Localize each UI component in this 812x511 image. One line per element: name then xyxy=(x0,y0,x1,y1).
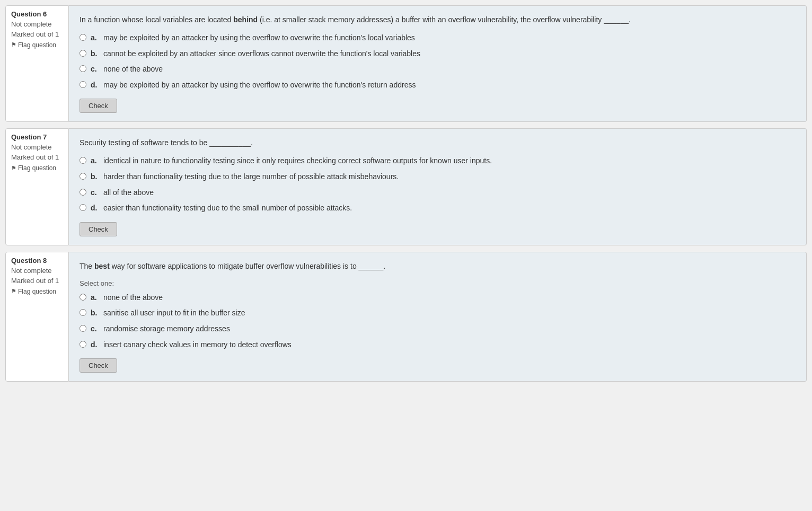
flag-question-q7[interactable]: ⚑Flag question xyxy=(11,164,63,172)
option-letter-q6-2: c. xyxy=(91,64,99,75)
option-letter-q8-0: a. xyxy=(91,293,99,303)
option-text-q6-1: cannot be exploited by an attacker since… xyxy=(103,49,420,59)
option-letter-q6-3: d. xyxy=(91,80,99,91)
option-radio-q8-3[interactable] xyxy=(80,341,86,348)
option-radio-q8-1[interactable] xyxy=(80,309,86,316)
question-content-q8: The best way for software applications t… xyxy=(69,252,807,382)
flag-label-q6: Flag question xyxy=(18,41,56,49)
options-list-q6: a.may be exploited by an attacker by usi… xyxy=(80,33,796,90)
option-radio-q6-0[interactable] xyxy=(80,34,86,41)
option-item-q6-0: a.may be exploited by an attacker by usi… xyxy=(80,33,796,43)
option-item-q7-3: d.easier than functionality testing due … xyxy=(80,203,796,214)
option-text-q7-3: easier than functionality testing due to… xyxy=(103,203,352,214)
option-item-q7-1: b.harder than functionality testing due … xyxy=(80,172,796,182)
question-sidebar-q8: Question 8Not completeMarked out of 1⚑Fl… xyxy=(5,252,69,382)
option-item-q7-0: a.identical in nature to functionality t… xyxy=(80,156,796,166)
flag-label-q7: Flag question xyxy=(18,164,56,172)
option-text-q7-1: harder than functionality testing due to… xyxy=(103,172,399,182)
option-item-q8-2: c.randomise storage memory addresses xyxy=(80,324,796,334)
option-radio-q7-2[interactable] xyxy=(80,189,86,196)
option-item-q8-1: b.sanitise all user input to fit in the … xyxy=(80,308,796,319)
question-marked-q6: Marked out of 1 xyxy=(11,30,63,39)
option-item-q6-2: c.none of the above xyxy=(80,64,796,75)
question-status-q6: Not complete xyxy=(11,20,63,28)
question-block-q6: Question 6Not completeMarked out of 1⚑Fl… xyxy=(5,5,807,122)
option-text-q8-3: insert canary check values in memory to … xyxy=(103,340,292,350)
check-button-q7[interactable]: Check xyxy=(80,222,117,236)
question-text-q8: The best way for software applications t… xyxy=(80,261,796,272)
question-title-q8: Question 8 xyxy=(11,257,63,265)
question-marked-q8: Marked out of 1 xyxy=(11,277,63,286)
option-item-q8-0: a.none of the above xyxy=(80,293,796,303)
check-button-q6[interactable]: Check xyxy=(80,99,117,113)
option-radio-q8-2[interactable] xyxy=(80,325,86,332)
question-text-q6: In a function whose local variables are … xyxy=(80,14,796,25)
check-button-q8[interactable]: Check xyxy=(80,358,117,373)
flag-icon-q6: ⚑ xyxy=(11,41,16,48)
option-item-q6-3: d.may be exploited by an attacker by usi… xyxy=(80,80,796,91)
option-text-q8-1: sanitise all user input to fit in the bu… xyxy=(103,308,245,319)
option-letter-q7-3: d. xyxy=(91,203,99,214)
option-item-q6-1: b.cannot be exploited by an attacker sin… xyxy=(80,49,796,59)
flag-label-q8: Flag question xyxy=(18,288,56,295)
question-title-q6: Question 6 xyxy=(11,10,63,18)
option-letter-q6-0: a. xyxy=(91,33,99,43)
question-text-q7: Security testing of software tends to be… xyxy=(80,137,796,148)
option-text-q8-2: randomise storage memory addresses xyxy=(103,324,230,334)
options-list-q8: a.none of the aboveb.sanitise all user i… xyxy=(80,293,796,350)
option-letter-q8-3: d. xyxy=(91,340,99,350)
flag-icon-q7: ⚑ xyxy=(11,165,16,172)
option-text-q6-3: may be exploited by an attacker by using… xyxy=(103,80,416,91)
option-radio-q6-3[interactable] xyxy=(80,81,86,88)
option-letter-q8-1: b. xyxy=(91,308,99,319)
option-letter-q6-1: b. xyxy=(91,49,99,59)
question-block-q8: Question 8Not completeMarked out of 1⚑Fl… xyxy=(5,252,807,382)
page-container: Question 6Not completeMarked out of 1⚑Fl… xyxy=(0,0,812,387)
option-item-q7-2: c.all of the above xyxy=(80,188,796,198)
option-text-q6-2: none of the above xyxy=(103,64,163,75)
option-radio-q7-0[interactable] xyxy=(80,157,86,164)
question-block-q7: Question 7Not completeMarked out of 1⚑Fl… xyxy=(5,128,807,245)
option-text-q8-0: none of the above xyxy=(103,293,163,303)
options-list-q7: a.identical in nature to functionality t… xyxy=(80,156,796,213)
option-letter-q7-1: b. xyxy=(91,172,99,182)
option-item-q8-3: d.insert canary check values in memory t… xyxy=(80,340,796,350)
flag-icon-q8: ⚑ xyxy=(11,288,16,295)
question-sidebar-q6: Question 6Not completeMarked out of 1⚑Fl… xyxy=(5,5,69,122)
option-text-q7-0: identical in nature to functionality tes… xyxy=(103,156,492,166)
question-sidebar-q7: Question 7Not completeMarked out of 1⚑Fl… xyxy=(5,128,69,245)
option-text-q6-0: may be exploited by an attacker by using… xyxy=(103,33,415,43)
question-title-q7: Question 7 xyxy=(11,133,63,141)
option-letter-q7-2: c. xyxy=(91,188,99,198)
option-radio-q8-0[interactable] xyxy=(80,294,86,301)
flag-question-q6[interactable]: ⚑Flag question xyxy=(11,41,63,49)
option-radio-q7-1[interactable] xyxy=(80,173,86,180)
option-letter-q7-0: a. xyxy=(91,156,99,166)
question-content-q7: Security testing of software tends to be… xyxy=(69,128,807,245)
option-radio-q6-2[interactable] xyxy=(80,65,86,72)
question-content-q6: In a function whose local variables are … xyxy=(69,5,807,122)
question-status-q7: Not complete xyxy=(11,143,63,151)
option-letter-q8-2: c. xyxy=(91,324,99,334)
option-radio-q6-1[interactable] xyxy=(80,50,86,57)
select-one-label-q8: Select one: xyxy=(80,279,796,287)
option-radio-q7-3[interactable] xyxy=(80,204,86,211)
question-marked-q7: Marked out of 1 xyxy=(11,153,63,162)
option-text-q7-2: all of the above xyxy=(103,188,154,198)
question-status-q8: Not complete xyxy=(11,267,63,275)
flag-question-q8[interactable]: ⚑Flag question xyxy=(11,288,63,295)
